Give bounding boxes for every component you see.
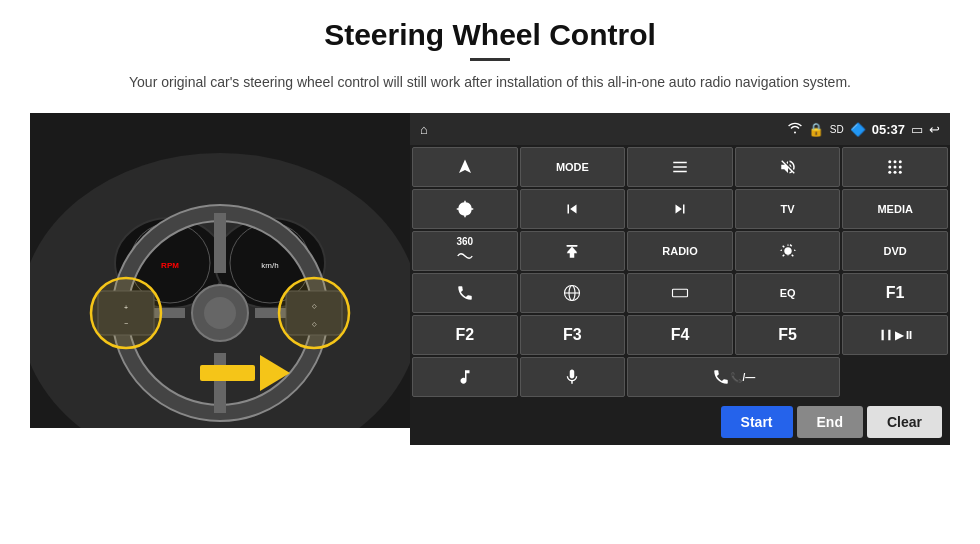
svg-point-33 <box>894 166 897 169</box>
svg-point-31 <box>899 161 902 164</box>
media-button[interactable]: MEDIA <box>842 189 948 229</box>
brightness-button[interactable] <box>735 231 841 271</box>
mode-button[interactable]: MODE <box>520 147 626 187</box>
svg-point-37 <box>899 171 902 174</box>
wifi-icon <box>788 122 802 137</box>
bluetooth-icon: 🔷 <box>850 122 866 137</box>
f2-button[interactable]: F2 <box>412 315 518 355</box>
list-button[interactable] <box>627 147 733 187</box>
svg-marker-38 <box>567 247 578 253</box>
subtitle: Your original car's steering wheel contr… <box>30 71 950 93</box>
lock-icon: 🔒 <box>808 122 824 137</box>
sd-icon: SD <box>830 124 844 135</box>
playpause-button[interactable]: ▶⏸ <box>842 315 948 355</box>
radio-button[interactable]: RADIO <box>627 231 733 271</box>
dvd-button[interactable]: DVD <box>842 231 948 271</box>
eject-button[interactable] <box>520 231 626 271</box>
next-button[interactable] <box>627 189 733 229</box>
status-time: 05:37 <box>872 122 905 137</box>
f4-button[interactable]: F4 <box>627 315 733 355</box>
svg-point-30 <box>894 161 897 164</box>
end-button[interactable]: End <box>797 406 863 438</box>
svg-point-32 <box>888 166 891 169</box>
start-button[interactable]: Start <box>721 406 793 438</box>
hangup-button[interactable]: 📞/— <box>627 357 840 397</box>
button-grid: MODE TV <box>410 145 950 399</box>
f5-button[interactable]: F5 <box>735 315 841 355</box>
cam360-button[interactable]: 360 <box>412 231 518 271</box>
status-bar: ⌂ 🔒 SD 🔷 05:37 ▭ <box>410 113 950 145</box>
content-area: RPM km/h + − ◇ <box>30 113 950 445</box>
navigate-button[interactable] <box>412 147 518 187</box>
page-title: Steering Wheel Control <box>30 18 950 52</box>
eq-button[interactable]: EQ <box>735 273 841 313</box>
svg-point-15 <box>204 297 236 329</box>
svg-rect-27 <box>673 167 687 169</box>
screen-icon: ▭ <box>911 122 923 137</box>
browser-button[interactable] <box>520 273 626 313</box>
bottom-action-bar: Start End Clear <box>410 399 950 445</box>
svg-point-34 <box>899 166 902 169</box>
svg-rect-42 <box>672 290 687 298</box>
status-left: ⌂ <box>420 122 428 137</box>
svg-point-36 <box>894 171 897 174</box>
svg-point-35 <box>888 171 891 174</box>
svg-rect-43 <box>881 330 883 341</box>
title-section: Steering Wheel Control Your original car… <box>30 18 950 107</box>
phone-button[interactable] <box>412 273 518 313</box>
widescreen-button[interactable] <box>627 273 733 313</box>
back-icon: ↩ <box>929 122 940 137</box>
music-button[interactable] <box>412 357 518 397</box>
status-right: 🔒 SD 🔷 05:37 ▭ ↩ <box>788 122 940 137</box>
control-panel: ⌂ 🔒 SD 🔷 05:37 ▭ <box>410 113 950 445</box>
f3-button[interactable]: F3 <box>520 315 626 355</box>
settings-button[interactable] <box>412 189 518 229</box>
steering-wheel-image: RPM km/h + − ◇ <box>30 113 410 428</box>
svg-rect-44 <box>888 330 890 341</box>
tv-button[interactable]: TV <box>735 189 841 229</box>
svg-rect-28 <box>673 171 687 173</box>
mic-button[interactable] <box>520 357 626 397</box>
clear-button[interactable]: Clear <box>867 406 942 438</box>
page-wrapper: Steering Wheel Control Your original car… <box>0 0 980 544</box>
svg-point-22 <box>91 278 161 348</box>
prev-button[interactable] <box>520 189 626 229</box>
mute-button[interactable] <box>735 147 841 187</box>
apps-button[interactable] <box>842 147 948 187</box>
svg-text:km/h: km/h <box>261 261 278 270</box>
svg-rect-24 <box>200 365 255 381</box>
svg-point-23 <box>279 278 349 348</box>
home-icon: ⌂ <box>420 122 428 137</box>
svg-text:RPM: RPM <box>161 261 179 270</box>
svg-point-29 <box>888 161 891 164</box>
f1-button[interactable]: F1 <box>842 273 948 313</box>
svg-rect-26 <box>673 162 687 164</box>
title-divider <box>470 58 510 61</box>
